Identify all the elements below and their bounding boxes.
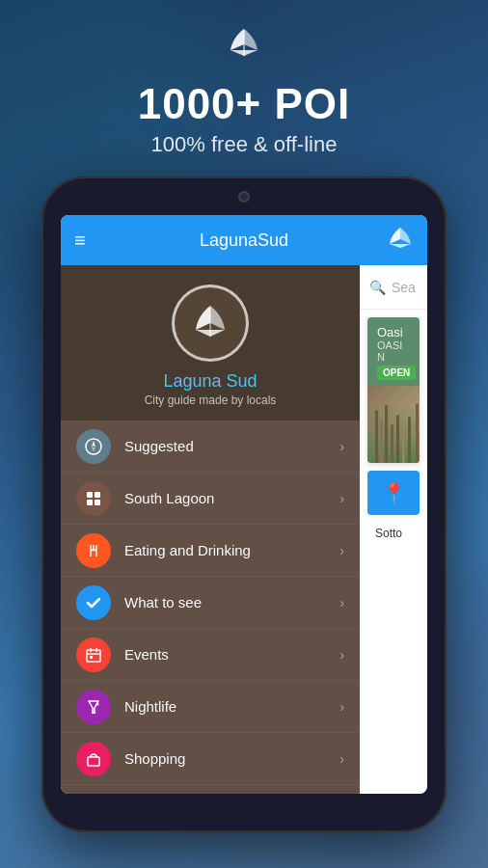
location-card[interactable]: 📍 (367, 471, 420, 515)
open-badge: OPEN (377, 366, 416, 380)
sidebar-item-events[interactable]: Events › (61, 629, 360, 681)
svg-rect-19 (88, 757, 99, 766)
chevron-icon-5: › (339, 647, 344, 663)
drawer-content: Laguna Sud City guide made by locals (61, 265, 427, 794)
compass-icon (76, 429, 111, 464)
drawer-header: Laguna Sud City guide made by locals (61, 265, 360, 420)
card-sub: OASI N (377, 339, 410, 363)
app-bar-logo (387, 227, 414, 254)
svg-rect-16 (90, 656, 93, 659)
search-text: Sea (392, 280, 416, 295)
drawer-app-name: Laguna Sud (163, 371, 257, 392)
drawer-logo (172, 285, 249, 362)
chevron-icon-7: › (339, 751, 344, 767)
search-bar[interactable]: 🔍 Sea (360, 265, 427, 310)
sidebar-item-suggested[interactable]: Suggested › (61, 420, 360, 473)
subheadline: 100% free & off-line (151, 132, 338, 157)
sidebar-label-nightlife: Nightlife (124, 698, 339, 715)
svg-rect-1 (209, 308, 211, 337)
card-header: Oasi OASI N OPEN (367, 317, 420, 386)
phone-mockup: ≡ LagunaSud (41, 176, 447, 832)
card-area: Oasi OASI N OPEN (360, 310, 427, 794)
sidebar-item-nightlife[interactable]: Nightlife › (61, 681, 360, 733)
svg-rect-0 (243, 31, 245, 56)
calendar-icon (76, 637, 111, 672)
checkmark-icon (76, 585, 111, 620)
chevron-icon-4: › (339, 595, 344, 610)
chevron-icon: › (339, 439, 344, 454)
chevron-icon-2: › (339, 491, 344, 506)
card-name: Oasi (377, 325, 410, 339)
drawer-panel: Laguna Sud City guide made by locals (61, 265, 360, 794)
phone-screen: ≡ LagunaSud (61, 215, 427, 794)
right-panel: 🔍 Sea Oasi OASI N OPEN (360, 265, 427, 794)
svg-rect-8 (95, 500, 100, 505)
svg-rect-5 (87, 492, 93, 498)
svg-rect-7 (87, 500, 93, 505)
drawer-app-subtitle: City guide made by locals (145, 393, 277, 407)
location-pin-icon: 📍 (382, 481, 406, 504)
header-area: 1000+ POI 100% free & off-line (0, 0, 488, 176)
shopping-bag-icon (76, 742, 111, 776)
sidebar-label-events: Events (124, 646, 339, 663)
headline: 1000+ POI (138, 80, 351, 128)
svg-rect-6 (95, 492, 100, 498)
sidebar-label-shopping: Shopping (124, 750, 339, 767)
drawer-menu: Suggested › South (61, 420, 360, 794)
fork-icon (76, 533, 111, 568)
sidebar-item-eating-drinking[interactable]: Eating and Drinking › (61, 525, 360, 577)
grid-icon (76, 481, 111, 516)
svg-marker-4 (92, 447, 95, 452)
sidebar-item-south-lagoon[interactable]: South Lagoon › (61, 473, 360, 525)
svg-point-18 (96, 702, 99, 705)
cocktail-icon (76, 690, 111, 724)
sidebar-label-suggested: Suggested (124, 438, 339, 454)
chevron-icon-6: › (339, 699, 344, 715)
sotto-label: Sotto (367, 523, 420, 544)
app-logo-top (225, 27, 263, 70)
search-icon: 🔍 (369, 280, 386, 295)
sidebar-label-what-to-see: What to see (124, 594, 339, 610)
camera (238, 191, 250, 203)
place-card[interactable]: Oasi OASI N OPEN (367, 317, 420, 463)
sidebar-label-south-lagoon: South Lagoon (124, 490, 339, 506)
sidebar-item-shopping[interactable]: Shopping › (61, 733, 360, 785)
app-bar-title: LagunaSud (200, 231, 288, 251)
chevron-icon-3: › (339, 543, 344, 558)
svg-rect-12 (87, 650, 100, 662)
sidebar-label-eating-drinking: Eating and Drinking (124, 542, 339, 558)
menu-button[interactable]: ≡ (74, 230, 86, 252)
app-bar: ≡ LagunaSud (61, 215, 427, 265)
svg-marker-3 (92, 441, 95, 447)
card-image (367, 386, 420, 463)
sidebar-item-what-to-see[interactable]: What to see › (61, 577, 360, 629)
